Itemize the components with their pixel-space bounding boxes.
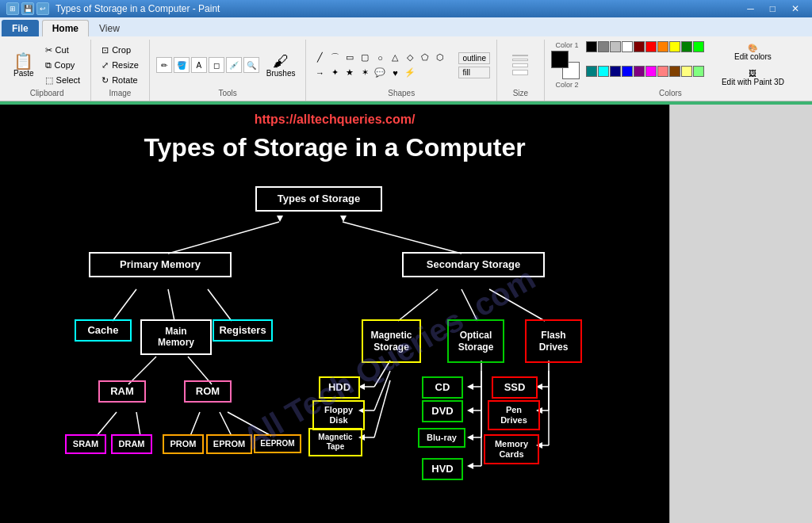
roundrect-shape[interactable]: ▢ [358, 51, 372, 65]
svg-line-11 [228, 412, 271, 436]
swatch-lightgreen[interactable] [693, 66, 704, 77]
copy-button[interactable]: ⧉Copy [41, 59, 85, 72]
swatch-orange[interactable] [657, 41, 668, 52]
crop-icon: ⊡ [102, 45, 109, 55]
hexagon-shape[interactable]: ⬡ [433, 51, 447, 65]
clipboard-small-btns: ✂Cut ⧉Copy ⬚Select [41, 44, 85, 87]
star6-shape[interactable]: ✶ [358, 66, 372, 80]
dram-node: DRAM [111, 434, 152, 454]
swatch-lightyellow[interactable] [681, 66, 692, 77]
fill-btn[interactable]: fill [458, 67, 489, 78]
swatch-yellow[interactable] [669, 41, 680, 52]
quick-access-icon[interactable]: ⊞ [6, 2, 19, 15]
window-title: Types of Storage in a Computer - Paint [56, 3, 220, 14]
heart-shape[interactable]: ♥ [388, 66, 402, 80]
svg-line-18 [374, 371, 390, 410]
size-label: Size [513, 89, 528, 99]
swatch-magenta[interactable] [645, 66, 657, 77]
swatch-red[interactable] [645, 41, 657, 52]
mag-tape-node: Magnetic Tape [308, 428, 362, 456]
minimize-btn[interactable]: ─ [741, 3, 760, 14]
undo-icon[interactable]: ↩ [36, 2, 49, 15]
outline-btn[interactable]: outline [458, 52, 489, 64]
swatch-pink[interactable] [657, 66, 668, 77]
swatch-black[interactable] [586, 41, 597, 52]
crop-button[interactable]: ⊡Crop [98, 44, 143, 57]
image-group: ⊡Crop ⤢Resize ↻Rotate Image [91, 40, 150, 101]
pentagon-shape[interactable]: ⬠ [418, 51, 432, 65]
canvas-area[interactable]: https://alltechqueries.com/ Types of Sto… [0, 105, 669, 523]
diamond-shape[interactable]: ◇ [403, 51, 417, 65]
maximize-btn[interactable]: □ [764, 3, 782, 14]
svg-line-8 [136, 412, 140, 436]
size-selector[interactable] [508, 55, 532, 75]
clipboard-group: 📋 Paste ✂Cut ⧉Copy ⬚Select Clipboard [3, 40, 91, 101]
svg-line-13 [462, 289, 477, 321]
tools-row: ✏ 🪣 A ◻ 💉 🔍 [156, 57, 259, 73]
star4-shape[interactable]: ✦ [327, 66, 342, 80]
fill-tool[interactable]: 🪣 [174, 57, 190, 73]
swatch-silver[interactable] [610, 41, 621, 52]
lightning-shape[interactable]: ⚡ [403, 66, 417, 80]
rotate-button[interactable]: ↻Rotate [98, 74, 143, 87]
svg-line-2 [113, 289, 136, 321]
svg-marker-29 [467, 407, 473, 414]
copy-icon: ⧉ [45, 60, 52, 71]
curve-shape[interactable]: ⌒ [327, 51, 342, 65]
swatch-cyan[interactable] [598, 66, 609, 77]
eraser-tool[interactable]: ◻ [209, 57, 224, 73]
swatch-blue[interactable] [622, 66, 633, 77]
edit-colors-btn[interactable]: 🎨Edit colors [716, 41, 790, 63]
triangle-shape[interactable]: △ [388, 51, 402, 65]
ellipse-shape[interactable]: ○ [373, 51, 387, 65]
swatch-teal[interactable] [586, 66, 597, 77]
select-button[interactable]: ⬚Select [41, 74, 85, 87]
line-shape[interactable]: ╱ [312, 51, 327, 65]
size-line-3 [512, 63, 528, 67]
pencil-tool[interactable]: ✏ [156, 57, 172, 73]
svg-line-4 [208, 289, 232, 321]
magnifier-tool[interactable]: 🔍 [243, 57, 259, 73]
paste-button[interactable]: 📋 Paste [10, 51, 38, 80]
swatch-green[interactable] [681, 41, 692, 52]
title-bar-icons: ⊞ 💾 ↩ [6, 2, 49, 15]
svg-marker-26 [467, 384, 473, 390]
resize-icon: ⤢ [102, 60, 109, 71]
text-tool[interactable]: A [191, 57, 207, 73]
tab-file[interactable]: File [2, 20, 39, 36]
rom-node: ROM [184, 380, 232, 403]
swatch-brown[interactable] [669, 66, 680, 77]
edit-paint3d-btn[interactable]: 🖼Edit with Paint 3D [716, 67, 790, 89]
size-line-1 [512, 55, 528, 56]
optical-node: Optical Storage [447, 319, 504, 363]
tab-home[interactable]: Home [42, 20, 89, 36]
color-picker-tool[interactable]: 💉 [226, 57, 242, 73]
resize-button[interactable]: ⤢Resize [98, 59, 143, 72]
cut-button[interactable]: ✂Cut [41, 44, 85, 57]
swatch-white[interactable] [622, 41, 633, 52]
brushes-button[interactable]: 🖌 Brushes [262, 51, 300, 80]
svg-line-0 [168, 222, 279, 254]
tab-view[interactable]: View [89, 20, 130, 36]
callout-shape[interactable]: 💬 [373, 66, 387, 80]
shapes-row: ╱ ⌒ ▭ ▢ ○ △ ◇ ⬠ ⬡ → ✦ ★ ✶ 💬 ♥ ⚡ [312, 51, 455, 80]
paste-icon: 📋 [13, 53, 33, 69]
close-btn[interactable]: ✕ [785, 3, 806, 14]
arrow-shape[interactable]: → [312, 66, 327, 80]
swatch-navy[interactable] [610, 66, 621, 77]
swatch-lime[interactable] [693, 41, 704, 52]
swatch-gray[interactable] [598, 41, 609, 52]
color1-box[interactable] [551, 51, 569, 68]
clipboard-label: Clipboard [30, 89, 64, 99]
save-icon[interactable]: 💾 [21, 2, 34, 15]
floppy-node: Floppy Disk [312, 400, 365, 430]
dvd-node: DVD [422, 400, 463, 422]
swatch-darkred[interactable] [634, 41, 645, 52]
sram-node: SRAM [65, 434, 106, 454]
colors-label: Colors [659, 89, 682, 99]
star5-shape[interactable]: ★ [343, 66, 357, 80]
swatch-purple[interactable] [634, 66, 645, 77]
url-text: https://alltechqueries.com/ [12, 113, 657, 127]
color1-label: Color 1 [555, 41, 578, 49]
rect-shape[interactable]: ▭ [343, 51, 357, 65]
